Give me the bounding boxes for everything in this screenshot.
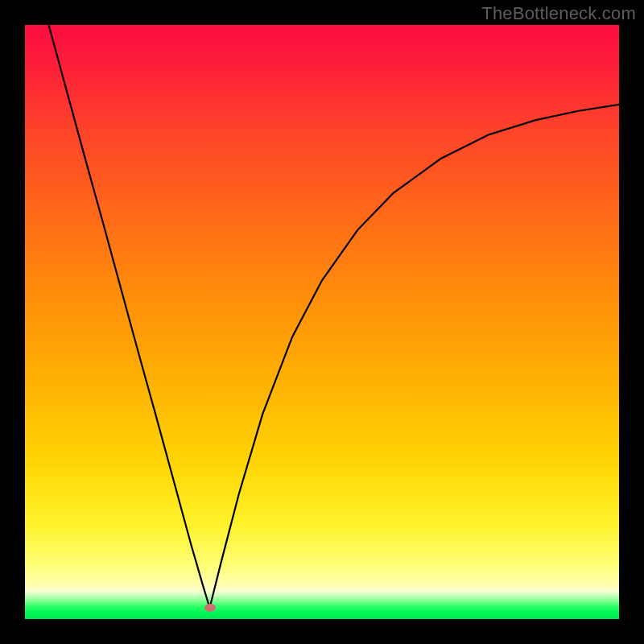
- bottleneck-curve: [25, 25, 619, 619]
- curve-right-branch: [210, 105, 619, 608]
- minimum-marker: [204, 604, 216, 612]
- curve-left-branch: [49, 25, 210, 608]
- plot-area: [25, 25, 619, 619]
- watermark-text: TheBottleneck.com: [481, 3, 636, 24]
- chart-canvas: TheBottleneck.com: [0, 0, 644, 644]
